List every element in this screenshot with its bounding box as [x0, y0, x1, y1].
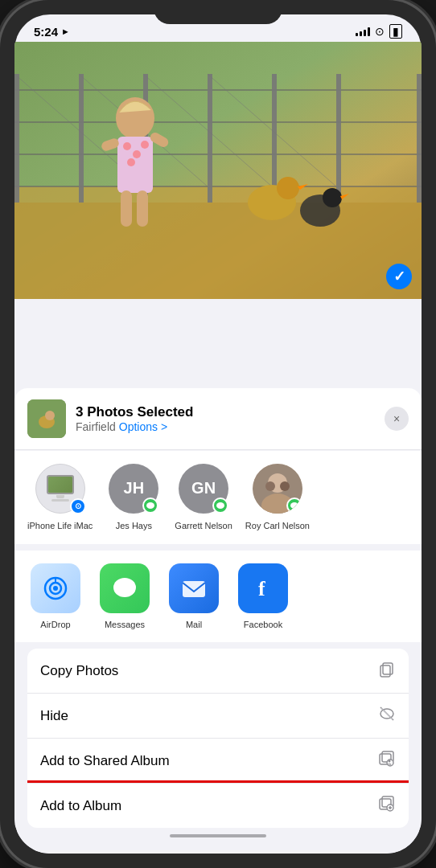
contact-name-imac: iPhone Life iMac	[27, 520, 93, 531]
contact-avatar-roy	[253, 464, 302, 514]
svg-point-43	[280, 481, 290, 491]
svg-rect-10	[208, 74, 212, 203]
photo-check-badge: ✓	[386, 264, 412, 289]
svg-text:f: f	[258, 577, 265, 600]
app-item-facebook[interactable]: f Facebook	[235, 563, 291, 629]
facebook-icon: f	[238, 563, 288, 613]
photo-scene: ✓	[14, 42, 422, 299]
hide-icon	[378, 705, 396, 727]
svg-point-26	[123, 142, 131, 150]
svg-rect-54	[380, 665, 390, 677]
svg-point-47	[53, 586, 58, 591]
svg-rect-2	[14, 203, 422, 299]
contact-avatar-jh: JH	[109, 464, 158, 514]
app-name-airdrop: AirDrop	[40, 620, 70, 629]
add-shared-album-label: Add to Shared Album	[40, 753, 170, 769]
app-name-facebook: Facebook	[244, 620, 282, 629]
share-sheet: 3 Photos Selected Fairfield Options > ×	[14, 388, 422, 854]
airdrop-icon	[31, 563, 80, 613]
app-item-mail[interactable]: Mail	[166, 563, 222, 629]
svg-rect-33	[137, 190, 148, 227]
imac-icon	[47, 475, 74, 502]
add-album-label: Add to Album	[40, 798, 121, 814]
action-list: Copy Photos Hide	[27, 649, 409, 828]
app-name-messages: Messages	[105, 620, 145, 629]
photo-preview: ✓	[14, 42, 422, 299]
share-subtitle: Fairfield Options >	[76, 420, 375, 433]
share-options-link[interactable]: Options >	[119, 420, 167, 433]
wifi-badge: ⊙	[70, 498, 86, 514]
contact-item-gn[interactable]: GN Garrett Nelson	[175, 464, 232, 531]
messages-icon	[100, 563, 150, 613]
copy-photos-label: Copy Photos	[40, 663, 118, 679]
contact-item-imac[interactable]: ⊙ iPhone Life iMac	[27, 464, 93, 531]
action-add-album[interactable]: Add to Album	[27, 784, 409, 828]
contact-name-jh: Jes Hays	[116, 520, 152, 531]
copy-icon	[378, 660, 396, 682]
app-item-airdrop[interactable]: AirDrop	[27, 563, 84, 629]
action-copy-photos[interactable]: Copy Photos	[27, 649, 409, 694]
phone-frame: 5:24 ► ⊙ ▮	[0, 0, 436, 868]
contact-item-jh[interactable]: JH Jes Hays	[105, 464, 162, 531]
message-badge-roy	[286, 497, 302, 514]
imac-screen	[47, 475, 74, 494]
share-location: Fairfield	[76, 420, 116, 433]
svg-rect-53	[383, 663, 393, 674]
status-icons: ⊙ ▮	[356, 24, 402, 39]
svg-point-29	[127, 158, 135, 166]
contact-name-gn: Garrett Nelson	[175, 520, 232, 531]
home-indicator	[170, 834, 266, 837]
app-item-messages[interactable]: Messages	[97, 563, 153, 629]
share-title: 3 Photos Selected	[76, 404, 375, 420]
svg-point-22	[323, 188, 342, 207]
svg-rect-32	[121, 190, 132, 227]
share-header: 3 Photos Selected Fairfield Options > ×	[14, 388, 422, 450]
svg-point-44	[290, 502, 298, 509]
contact-item-roy[interactable]: Roy Carl Nelson	[245, 464, 310, 531]
close-button[interactable]: ×	[385, 407, 409, 431]
svg-point-28	[141, 141, 149, 149]
notch	[154, 0, 282, 24]
svg-point-19	[277, 177, 299, 199]
wifi-icon: ⊙	[375, 25, 385, 38]
add-album-icon	[378, 795, 396, 817]
svg-rect-11	[272, 74, 277, 203]
hide-label: Hide	[40, 708, 68, 724]
contact-avatar-gn: GN	[179, 464, 228, 514]
location-icon: ►	[61, 27, 70, 36]
apps-scroll: AirDrop Messages	[27, 563, 409, 629]
message-badge-gn	[212, 497, 228, 514]
action-hide[interactable]: Hide	[27, 694, 409, 739]
contacts-row: ⊙ iPhone Life iMac JH Jes Hays	[14, 451, 422, 544]
svg-rect-8	[79, 74, 84, 203]
signal-icon	[356, 27, 370, 36]
svg-rect-7	[14, 74, 19, 203]
mail-icon	[169, 563, 219, 613]
svg-point-36	[45, 411, 55, 420]
apps-row: AirDrop Messages	[14, 551, 422, 642]
svg-rect-12	[336, 74, 341, 203]
share-thumbnail	[27, 399, 66, 438]
action-add-shared-album[interactable]: Add to Shared Album	[27, 739, 409, 784]
svg-rect-51	[183, 581, 205, 597]
svg-point-42	[265, 481, 275, 491]
battery-icon: ▮	[389, 24, 402, 39]
svg-point-37	[146, 502, 154, 509]
svg-point-27	[133, 150, 141, 158]
share-info: 3 Photos Selected Fairfield Options >	[76, 404, 375, 433]
message-badge-jh	[142, 497, 158, 514]
contact-name-roy: Roy Carl Nelson	[245, 520, 310, 531]
svg-rect-13	[417, 74, 422, 203]
contacts-scroll: ⊙ iPhone Life iMac JH Jes Hays	[27, 464, 409, 531]
svg-point-61	[389, 760, 391, 763]
fence-scene-svg	[14, 42, 422, 299]
contact-avatar-imac: ⊙	[35, 464, 85, 514]
app-name-mail: Mail	[186, 620, 202, 629]
status-time: 5:24 ►	[34, 25, 70, 39]
shared-album-icon	[378, 750, 396, 772]
phone-screen: 5:24 ► ⊙ ▮	[14, 14, 422, 854]
time-text: 5:24	[34, 25, 58, 39]
svg-point-38	[216, 502, 224, 509]
